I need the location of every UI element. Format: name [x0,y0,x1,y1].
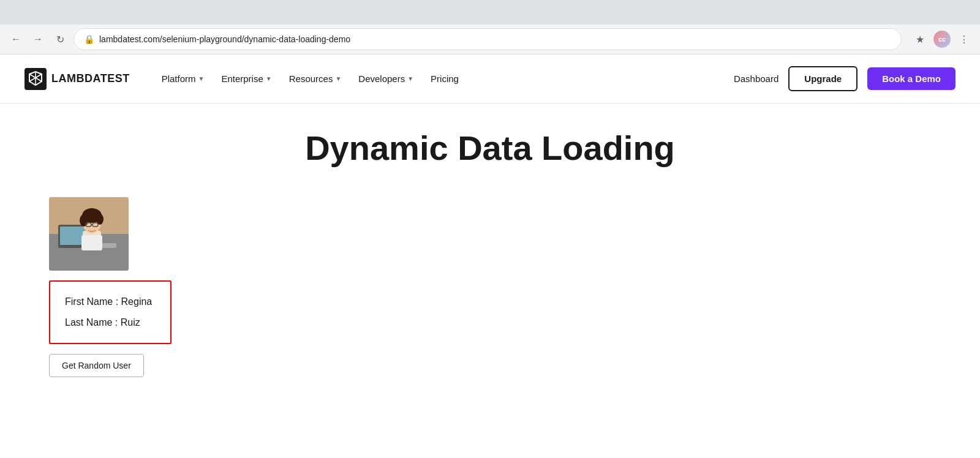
nav-item-developers[interactable]: Developers ▼ [351,69,421,89]
nav-pricing-label: Pricing [431,73,459,84]
logo-icon [24,68,47,90]
nav-item-resources[interactable]: Resources ▼ [282,69,349,89]
page-title: Dynamic Data Loading [49,128,980,168]
book-demo-button[interactable]: Book a Demo [867,67,956,90]
tab-bar [0,0,980,24]
address-bar[interactable]: 🔒 lambdatest.com/selenium-playground/dyn… [74,28,902,50]
nav-links: Platform ▼ Enterprise ▼ Resources ▼ Deve… [154,69,734,89]
site-navbar: LAMBDATEST Platform ▼ Enterprise ▼ Resou… [0,54,980,103]
person-figure-svg [49,197,129,271]
upgrade-button[interactable]: Upgrade [788,66,858,91]
user-image [49,197,129,271]
enterprise-chevron-icon: ▼ [266,75,272,82]
menu-button[interactable]: ⋮ [956,31,973,48]
bookmark-button[interactable]: ★ [911,31,929,48]
nav-actions: Dashboard Upgrade Book a Demo [734,66,956,91]
svg-point-10 [80,214,88,227]
nav-item-platform[interactable]: Platform ▼ [154,69,212,89]
back-button[interactable]: ← [7,31,24,48]
nav-resources-label: Resources [289,73,333,84]
nav-developers-label: Developers [358,73,405,84]
logo-text: LAMBDATEST [51,72,130,85]
nav-platform-label: Platform [162,73,196,84]
dashboard-link[interactable]: Dashboard [734,73,778,84]
browser-chrome: ← → ↻ 🔒 lambdatest.com/selenium-playgrou… [0,0,980,54]
url-text: lambdatest.com/selenium-playground/dynam… [99,34,891,44]
reload-button[interactable]: ↻ [51,31,69,48]
platform-chevron-icon: ▼ [198,75,205,82]
browser-actions: ★ cc ⋮ [911,31,973,48]
logo-area[interactable]: LAMBDATEST [24,68,130,90]
main-content: Dynamic Data Loading [0,103,980,402]
nav-enterprise-label: Enterprise [221,73,263,84]
nav-item-enterprise[interactable]: Enterprise ▼ [214,69,279,89]
profile-avatar[interactable]: cc [933,31,951,48]
first-name-row: First Name : Regina [65,291,156,312]
demo-area: First Name : Regina Last Name : Ruiz Get… [49,197,172,377]
nav-item-pricing[interactable]: Pricing [423,69,466,89]
lock-icon: 🔒 [84,34,94,44]
last-name-row: Last Name : Ruiz [65,312,156,333]
forward-button[interactable]: → [29,31,47,48]
developers-chevron-icon: ▼ [407,75,413,82]
get-random-user-button[interactable]: Get Random User [49,354,144,377]
resources-chevron-icon: ▼ [335,75,341,82]
svg-rect-7 [81,235,102,250]
browser-controls: ← → ↻ 🔒 lambdatest.com/selenium-playgrou… [0,24,980,54]
user-info-box: First Name : Regina Last Name : Ruiz [49,280,172,344]
